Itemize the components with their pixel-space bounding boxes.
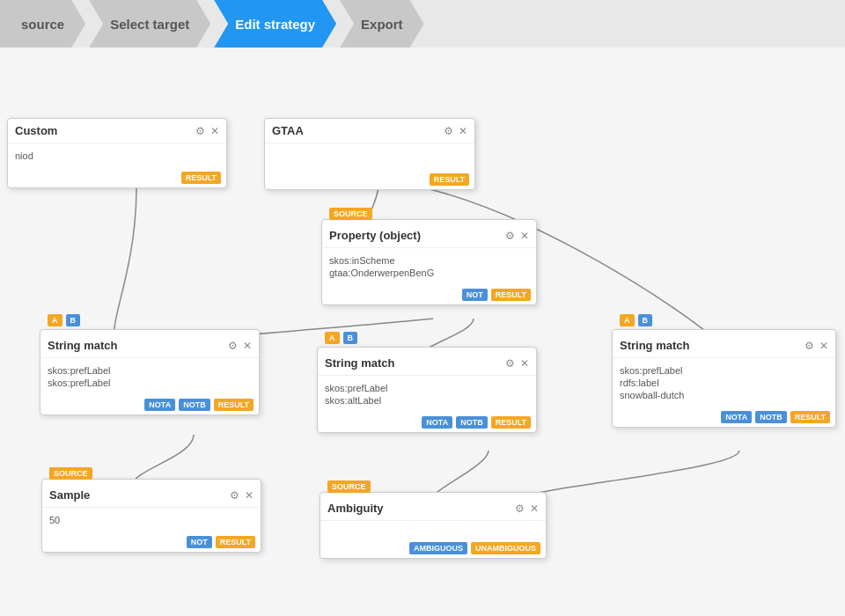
- port-sample-result: RESULT: [216, 536, 255, 548]
- node-string-match-right: A B String match ⚙ ✕ skos:prefLabel rdfs…: [612, 329, 836, 428]
- port-sm-center-a: A: [325, 332, 340, 344]
- port-sample-not: NOT: [187, 536, 212, 548]
- node-custom: Custom ⚙ ✕ niod RESULT: [7, 118, 227, 188]
- node-sm-center-val1: skos:prefLabel: [325, 383, 529, 393]
- node-string-match-left: A B String match ⚙ ✕ skos:prefLabel skos…: [40, 329, 260, 415]
- node-sm-right-close-icon[interactable]: ✕: [819, 340, 828, 352]
- node-sm-right-title: String match: [620, 339, 689, 352]
- nav-select-target[interactable]: Select target: [89, 0, 210, 48]
- node-ambiguity-title: Ambiguity: [327, 502, 384, 515]
- port-custom-result: RESULT: [181, 172, 221, 184]
- port-gtaa-result: RESULT: [430, 173, 469, 186]
- node-gtaa-close-icon[interactable]: ✕: [459, 125, 467, 137]
- port-property-not: NOT: [462, 289, 488, 301]
- node-custom-title: Custom: [15, 124, 57, 137]
- node-sm-right-val3: snowball-dutch: [620, 390, 828, 400]
- port-sample-source-top: SOURCE: [49, 467, 92, 480]
- port-ambiguity-unambiguous: UNAMBIGUOUS: [471, 542, 540, 554]
- node-sm-right-gear-icon[interactable]: ⚙: [805, 340, 814, 352]
- node-gtaa-gear-icon[interactable]: ⚙: [444, 125, 453, 137]
- port-sm-center-notb: NOTB: [456, 416, 488, 429]
- port-sm-center-nota: NOTA: [422, 416, 452, 429]
- node-property-title: Property (object): [329, 229, 421, 242]
- nav-export[interactable]: Export: [340, 0, 424, 48]
- port-ambiguity-source-top: SOURCE: [327, 480, 371, 493]
- node-sm-left-gear-icon[interactable]: ⚙: [228, 340, 238, 352]
- port-sm-left-a: A: [48, 314, 62, 326]
- port-sm-right-a: A: [620, 314, 635, 326]
- node-sm-left-title: String match: [48, 339, 117, 352]
- node-gtaa-title: GTAA: [272, 124, 304, 137]
- port-sm-left-notb: NOTB: [179, 399, 210, 411]
- node-sm-left-val2: skos:prefLabel: [48, 378, 252, 388]
- node-property: SOURCE Property (object) ⚙ ✕ skos:inSche…: [321, 219, 537, 305]
- canvas: Custom ⚙ ✕ niod RESULT GTAA ⚙ ✕ RESULT: [0, 48, 845, 616]
- node-custom-value: niod: [15, 150, 219, 161]
- node-sample: SOURCE Sample ⚙ ✕ 50 NOT RESULT: [41, 479, 261, 553]
- port-sm-right-nota: NOTA: [721, 411, 752, 423]
- port-ambiguity-ambiguous: AMBIGUOUS: [409, 542, 467, 554]
- port-sm-right-b: B: [638, 314, 653, 326]
- node-gtaa: GTAA ⚙ ✕ RESULT: [264, 118, 475, 190]
- nav-bar: source Select target Edit strategy Expor…: [0, 0, 845, 48]
- node-ambiguity: SOURCE Ambiguity ⚙ ✕ AMBIGUOUS UNAMBIGUO…: [320, 492, 547, 559]
- node-sm-left-close-icon[interactable]: ✕: [243, 340, 252, 352]
- node-sample-title: Sample: [49, 488, 90, 502]
- node-sm-center-val2: skos:altLabel: [325, 395, 529, 406]
- node-custom-gear-icon[interactable]: ⚙: [195, 125, 205, 137]
- node-sm-center-close-icon[interactable]: ✕: [520, 357, 529, 370]
- node-property-close-icon[interactable]: ✕: [520, 230, 529, 242]
- port-sm-left-nota: NOTA: [144, 399, 175, 411]
- nav-source[interactable]: source: [0, 0, 85, 48]
- node-sample-gear-icon[interactable]: ⚙: [230, 489, 239, 502]
- node-property-val1: skos:inScheme: [329, 255, 529, 266]
- node-ambiguity-gear-icon[interactable]: ⚙: [515, 502, 525, 515]
- node-sm-center-gear-icon[interactable]: ⚙: [505, 357, 515, 370]
- node-sm-center-title: String match: [325, 356, 394, 370]
- port-sm-left-b: B: [66, 314, 81, 326]
- node-ambiguity-close-icon[interactable]: ✕: [530, 502, 539, 515]
- node-sample-close-icon[interactable]: ✕: [245, 489, 254, 502]
- port-sm-right-notb: NOTB: [755, 411, 787, 423]
- node-sample-val1: 50: [49, 515, 254, 525]
- node-property-gear-icon[interactable]: ⚙: [505, 230, 515, 242]
- nav-edit-strategy[interactable]: Edit strategy: [214, 0, 336, 48]
- port-sm-center-result: RESULT: [491, 416, 531, 429]
- port-property-result: RESULT: [491, 289, 531, 301]
- port-property-source-top: SOURCE: [329, 208, 372, 220]
- node-sm-right-val1: skos:prefLabel: [620, 365, 828, 376]
- node-sm-right-val2: rdfs:label: [620, 378, 828, 388]
- port-sm-center-b: B: [343, 332, 358, 344]
- node-custom-close-icon[interactable]: ✕: [210, 125, 219, 137]
- node-string-match-center: A B String match ⚙ ✕ skos:prefLabel skos…: [317, 347, 537, 433]
- node-property-val2: gtaa:OnderwerpenBenG: [329, 268, 529, 278]
- port-sm-right-result: RESULT: [790, 411, 830, 423]
- port-sm-left-result: RESULT: [214, 399, 254, 411]
- node-sm-left-val1: skos:prefLabel: [48, 365, 252, 376]
